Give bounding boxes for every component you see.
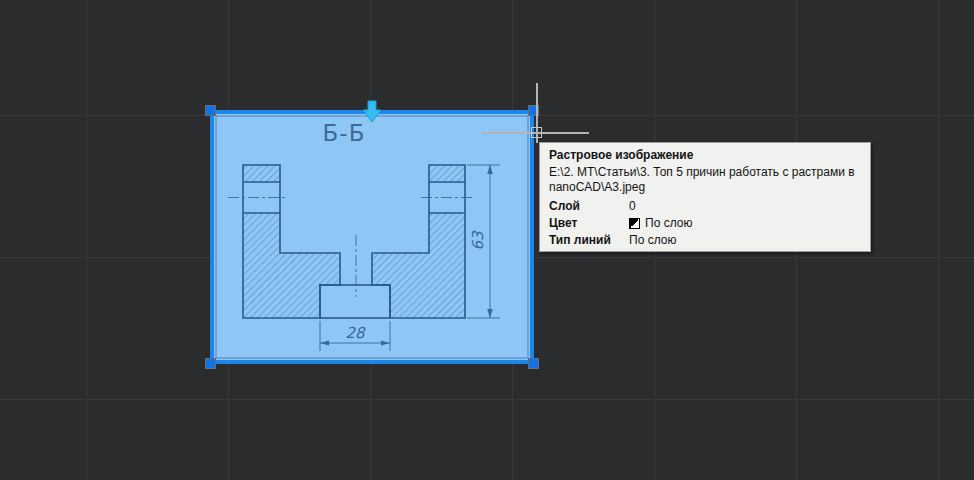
bylayer-color-swatch-icon — [629, 218, 640, 229]
tooltip-file-path: E:\2. МТ\Статьи\3. Топ 5 причин работать… — [549, 165, 861, 195]
layer-label: Слой — [549, 199, 629, 214]
properties-tooltip: Растровое изображение E:\2. МТ\Статьи\3.… — [539, 142, 871, 252]
selection-grip-bottom-right[interactable] — [528, 358, 539, 369]
tooltip-row-layer: Слой 0 — [549, 198, 861, 215]
color-value: По слою — [629, 216, 692, 231]
section-title-label: Б-Б — [323, 120, 366, 146]
layer-value: 0 — [629, 199, 636, 214]
tooltip-row-linetype: Тип линий По слою — [549, 232, 861, 249]
crosshair-pickbox — [531, 127, 542, 138]
color-value-text: По слою — [645, 216, 692, 231]
linetype-label: Тип линий — [549, 233, 629, 248]
dimension-width-label: 28 — [345, 324, 366, 342]
selection-grip-top-left[interactable] — [205, 105, 216, 116]
down-arrow-grip-icon[interactable] — [361, 100, 383, 124]
dimension-height-label: 63 — [469, 230, 487, 251]
cad-drawing-canvas[interactable]: Б-Б — [0, 0, 974, 480]
tooltip-title: Растровое изображение — [549, 148, 861, 163]
color-label: Цвет — [549, 216, 629, 231]
linetype-value: По слою — [629, 233, 676, 248]
selection-grip-bottom-left[interactable] — [205, 358, 216, 369]
tooltip-row-color: Цвет По слою — [549, 215, 861, 232]
raster-image-object[interactable]: Б-Б — [210, 110, 534, 364]
